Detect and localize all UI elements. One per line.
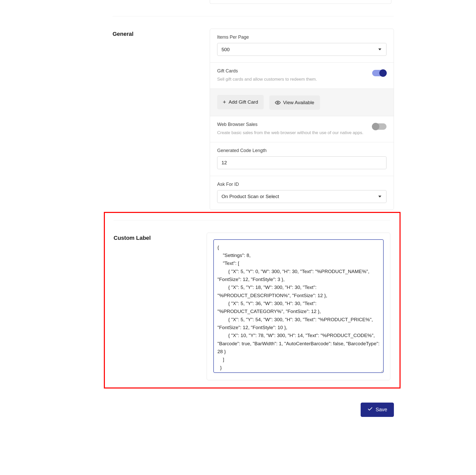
footer-actions: Save — [113, 403, 394, 417]
generated-code-length-label: Generated Code Length — [217, 148, 386, 153]
gift-cards-label: Gift Cards — [217, 68, 386, 74]
save-button[interactable]: Save — [361, 403, 394, 417]
ask-for-id-label: Ask For ID — [217, 182, 386, 187]
items-per-page-select[interactable]: 500 — [217, 43, 386, 56]
svg-point-0 — [277, 102, 279, 103]
highlighted-region: Custom Label { "Settings": 8, "Text": [ … — [104, 212, 401, 388]
toggle-knob — [379, 69, 387, 77]
gift-card-actions-block: Add Gift Card View Available — [210, 89, 394, 116]
section-divider — [114, 220, 390, 220]
check-icon — [367, 406, 373, 413]
web-browser-sales-label: Web Browser Sales — [217, 122, 386, 127]
section-title-general: General — [113, 29, 210, 210]
gift-cards-block: Gift Cards Sell gift cards and allow cus… — [210, 63, 394, 89]
gift-cards-description: Sell gift cards and allow customers to r… — [217, 77, 386, 82]
eye-icon — [275, 100, 281, 105]
general-card: Items Per Page 500 Gift Cards Sell gift … — [210, 29, 394, 210]
custom-label-textarea[interactable]: { "Settings": 8, "Text": [ { "X": 5, "Y"… — [214, 240, 383, 373]
save-label: Save — [375, 407, 387, 413]
previous-card-remnant — [210, 0, 391, 4]
add-gift-card-label: Add Gift Card — [229, 99, 258, 105]
view-available-button[interactable]: View Available — [269, 95, 320, 110]
section-title-custom-label: Custom Label — [114, 233, 207, 380]
ask-for-id-select[interactable]: On Product Scan or Select — [217, 190, 386, 203]
gift-cards-toggle[interactable] — [372, 70, 386, 76]
toggle-knob — [372, 123, 379, 130]
generated-code-length-block: Generated Code Length — [210, 142, 394, 176]
section-divider — [113, 16, 394, 16]
items-per-page-label: Items Per Page — [217, 35, 386, 40]
add-gift-card-button[interactable]: Add Gift Card — [217, 95, 264, 109]
section-general: General Items Per Page 500 Gift Cards — [113, 29, 394, 210]
items-per-page-block: Items Per Page 500 — [210, 29, 394, 63]
page-container: General Items Per Page 500 Gift Cards — [113, 0, 394, 458]
generated-code-length-input[interactable] — [217, 156, 386, 169]
web-browser-sales-toggle[interactable] — [372, 123, 386, 130]
custom-label-block: { "Settings": 8, "Text": [ { "X": 5, "Y"… — [207, 233, 390, 380]
custom-label-card: { "Settings": 8, "Text": [ { "X": 5, "Y"… — [207, 233, 390, 380]
web-browser-sales-description: Create basic sales from the web browser … — [217, 130, 386, 135]
view-available-label: View Available — [283, 100, 314, 105]
web-browser-sales-block: Web Browser Sales Create basic sales fro… — [210, 116, 394, 142]
section-custom-label: Custom Label { "Settings": 8, "Text": [ … — [114, 233, 390, 380]
ask-for-id-block: Ask For ID On Product Scan or Select — [210, 176, 394, 210]
plus-icon — [223, 99, 226, 105]
